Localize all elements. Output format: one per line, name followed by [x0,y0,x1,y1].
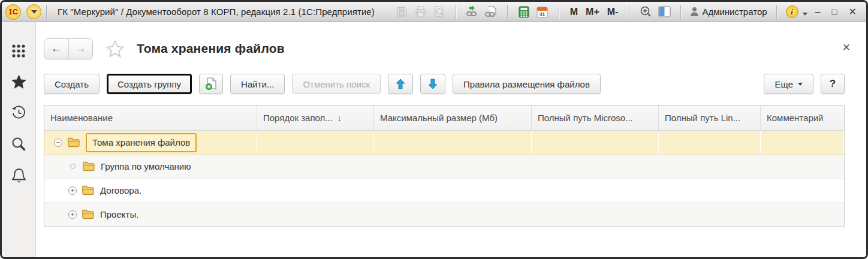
expand-icon[interactable]: + [68,210,77,219]
close-page-button[interactable]: ✕ [842,41,851,54]
folder-icon [82,185,95,195]
tool-sidebar [2,22,36,257]
1c-logo-icon: 1С [5,4,21,20]
page-header: ← → Тома хранения файлов [44,38,845,59]
user-icon [690,7,699,17]
calculator-icon[interactable] [517,5,531,19]
column-header-comment[interactable]: Комментарий [761,106,844,130]
table-row-default-group[interactable]: Группа по умолчанию [44,155,844,179]
search-icon[interactable] [11,136,27,152]
info-icon[interactable]: i [786,5,798,18]
close-window-button[interactable]: ✕ [845,5,860,19]
folder-icon [67,137,80,147]
column-header-fill-order[interactable]: Порядок запол...↓ [257,106,374,130]
placement-rules-button[interactable]: Правила размещения файлов [453,74,601,94]
calendar-icon[interactable]: 31 [535,5,550,19]
volumes-table: Наименование Порядок запол...↓ Максималь… [44,105,845,227]
create-button[interactable]: Создать [44,74,100,94]
row-name-label: Группа по умолчанию [101,161,191,171]
divider [46,5,47,19]
favorites-star-icon[interactable] [11,74,27,90]
divider [680,5,681,19]
create-new-item-icon-button[interactable] [199,74,223,94]
svg-text:31: 31 [540,11,545,17]
selected-cell[interactable]: Тома хранения файлов [86,133,197,152]
column-header-name[interactable]: Наименование [44,106,257,130]
help-button[interactable]: ? [821,74,845,94]
divider [629,5,629,19]
app-window: 1С ГК "Меркурий" / Документооборот 8 КОР… [0,0,868,259]
table-header-row: Наименование Порядок запол...↓ Максималь… [44,106,844,131]
print-icon[interactable] [414,5,428,19]
new-document-icon [205,77,217,91]
find-button[interactable]: Найти... [230,74,285,94]
main-menu-button[interactable] [26,4,41,19]
back-button[interactable]: ← [44,39,68,59]
open-link-icon[interactable] [484,5,498,19]
row-name-label: Проекты. [100,209,138,219]
create-group-button[interactable]: Создать группу [107,74,192,94]
expand-icon[interactable]: + [68,186,77,195]
forward-button[interactable]: → [68,39,92,59]
page-title: Тома хранения файлов [137,41,285,56]
zoom-icon[interactable] [638,5,653,19]
arrow-up-icon [394,78,406,90]
divider [559,5,559,19]
divider [507,5,508,19]
favorite-star-icon[interactable] [106,40,124,58]
folder-icon [82,161,95,171]
memory-m-button[interactable]: M [568,7,580,17]
toolbar: Создать Создать группу Найти... Отменить… [44,74,845,94]
maximize-button[interactable]: □ [828,5,841,19]
divider [456,5,456,19]
minimize-button[interactable]: – [812,5,824,19]
history-icon[interactable] [11,105,27,121]
move-up-button[interactable] [388,74,413,94]
window-titlebar: 1С ГК "Меркурий" / Документооборот 8 КОР… [2,2,866,22]
get-link-icon[interactable] [465,5,480,19]
user-name-label: Администратор [702,7,767,17]
sort-descending-icon: ↓ [337,113,342,123]
column-header-path-windows[interactable]: Полный путь Microso... [532,106,659,130]
split-view-icon[interactable] [657,5,671,19]
item-marker-icon [70,164,76,169]
chevron-down-icon [798,83,803,86]
memory-m-plus-button[interactable]: M+ [584,7,601,17]
notifications-bell-icon[interactable] [11,167,27,183]
column-header-max-size[interactable]: Максимальный размер (Мб) [374,106,532,130]
window-title: ГК "Меркурий" / Документооборот 8 КОРП, … [58,7,375,17]
more-button[interactable]: Еще [764,74,813,94]
table-row-projects[interactable]: + Проекты. [44,203,844,227]
folder-icon [82,209,95,219]
table-row-volumes-root[interactable]: − Тома хранения файлов [44,131,844,155]
arrow-down-icon [427,78,439,90]
main-panel: ✕ ← → Тома хранения файлов Создать [36,22,866,257]
divider [776,5,777,19]
collapse-icon[interactable]: − [54,138,62,147]
menu-grid-icon[interactable] [11,43,27,59]
cancel-search-button[interactable]: Отменить поиск [292,74,381,94]
more-button-label: Еще [774,79,793,89]
column-header-path-linux[interactable]: Полный путь Lin... [659,106,761,130]
memory-m-minus-button[interactable]: M- [605,7,620,17]
table-row-contracts[interactable]: + Договора. [44,179,844,203]
row-name-label: Договора. [100,185,141,195]
save-icon[interactable] [395,5,409,19]
nav-history-buttons: ← → [44,38,93,59]
current-user[interactable]: Администратор [690,7,767,17]
chevron-down-icon[interactable] [803,13,807,16]
chevron-down-icon [31,10,37,14]
print-preview-icon[interactable] [432,5,447,19]
move-down-button[interactable] [420,74,445,94]
